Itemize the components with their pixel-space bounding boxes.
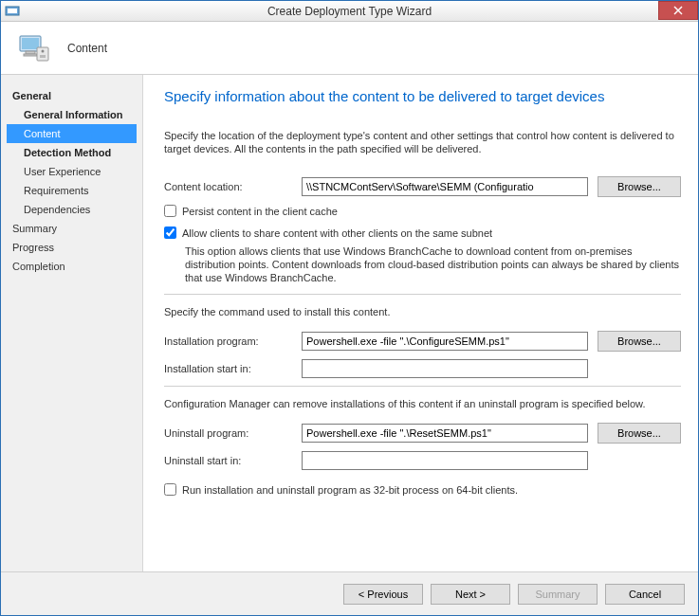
browse-install-program-button[interactable]: Browse... — [598, 331, 681, 352]
computer-icon — [18, 32, 52, 64]
install-program-row: Installation program: Browse... — [164, 331, 681, 352]
wizard-footer: < Previous Next > Summary Cancel — [1, 571, 698, 615]
install-start-label: Installation start in: — [164, 363, 302, 374]
window-title: Create Deployment Type Wizard — [267, 5, 432, 18]
browse-uninstall-program-button[interactable]: Browse... — [598, 423, 681, 444]
uninstall-program-input[interactable] — [302, 424, 588, 443]
sidebar-item-requirements[interactable]: Requirements — [7, 181, 142, 200]
sidebar-item-completion[interactable]: Completion — [7, 257, 142, 276]
close-button[interactable] — [658, 1, 698, 20]
page-description: Specify the location of the deployment t… — [164, 129, 681, 155]
install-program-label: Installation program: — [164, 335, 302, 347]
wizard-header: Content — [1, 22, 698, 75]
content-location-row: Content location: Browse... — [164, 176, 681, 197]
divider-2 — [164, 386, 681, 387]
branchcache-note: This option allows clients that use Wind… — [185, 245, 681, 284]
install-program-input[interactable] — [302, 332, 588, 351]
sidebar-item-progress[interactable]: Progress — [7, 238, 142, 257]
run-32bit-label: Run installation and uninstall program a… — [182, 484, 518, 496]
page-heading: Specify information about the content to… — [164, 88, 681, 104]
uninstall-program-row: Uninstall program: Browse... — [164, 423, 681, 444]
sidebar-item-dependencies[interactable]: Dependencies — [7, 200, 142, 219]
sidebar-item-general[interactable]: General — [7, 86, 142, 105]
uninstall-start-input[interactable] — [302, 451, 588, 470]
svg-rect-8 — [37, 47, 48, 61]
titlebar: Create Deployment Type Wizard — [1, 1, 698, 22]
svg-rect-7 — [24, 54, 37, 56]
cancel-button[interactable]: Cancel — [605, 584, 685, 605]
svg-rect-5 — [22, 38, 39, 49]
svg-rect-10 — [40, 55, 46, 58]
sidebar-item-content[interactable]: Content — [7, 124, 137, 143]
install-start-input[interactable] — [302, 359, 588, 378]
browse-content-location-button[interactable]: Browse... — [598, 176, 681, 197]
divider-1 — [164, 294, 681, 295]
wizard-body: General General Information Content Dete… — [1, 75, 698, 571]
sidebar: General General Information Content Dete… — [1, 75, 143, 571]
wizard-window: Create Deployment Type Wizard Content Ge… — [0, 0, 699, 616]
sidebar-item-user-experience[interactable]: User Experience — [7, 162, 142, 181]
allow-share-label: Allow clients to share content with othe… — [182, 227, 492, 239]
allow-share-checkbox-row[interactable]: Allow clients to share content with othe… — [164, 226, 681, 239]
run-32bit-checkbox[interactable] — [164, 483, 176, 496]
persist-content-checkbox-row[interactable]: Persist content in the client cache — [164, 205, 681, 217]
sidebar-item-detection-method[interactable]: Detection Method — [7, 143, 142, 162]
persist-content-checkbox[interactable] — [164, 205, 176, 217]
content-panel: Specify information about the content to… — [143, 75, 698, 571]
next-button[interactable]: Next > — [431, 584, 510, 605]
sidebar-item-summary[interactable]: Summary — [7, 219, 142, 238]
svg-rect-1 — [8, 9, 17, 13]
sidebar-item-general-information[interactable]: General Information — [7, 105, 142, 124]
page-name: Content — [67, 42, 107, 55]
uninstall-program-label: Uninstall program: — [164, 427, 302, 439]
run-32bit-checkbox-row[interactable]: Run installation and uninstall program a… — [164, 483, 681, 496]
allow-share-checkbox[interactable] — [164, 226, 176, 239]
svg-point-9 — [42, 49, 45, 52]
uninstall-start-label: Uninstall start in: — [164, 455, 302, 466]
uninstall-start-row: Uninstall start in: — [164, 451, 681, 470]
install-intro: Specify the command used to install this… — [164, 306, 681, 317]
content-location-input[interactable] — [302, 177, 588, 196]
previous-button[interactable]: < Previous — [343, 584, 423, 605]
content-location-label: Content location: — [164, 181, 302, 192]
persist-content-label: Persist content in the client cache — [182, 206, 338, 217]
install-start-row: Installation start in: — [164, 359, 681, 378]
uninstall-intro: Configuration Manager can remove install… — [164, 398, 681, 409]
app-icon — [5, 4, 20, 19]
summary-button: Summary — [518, 584, 598, 605]
